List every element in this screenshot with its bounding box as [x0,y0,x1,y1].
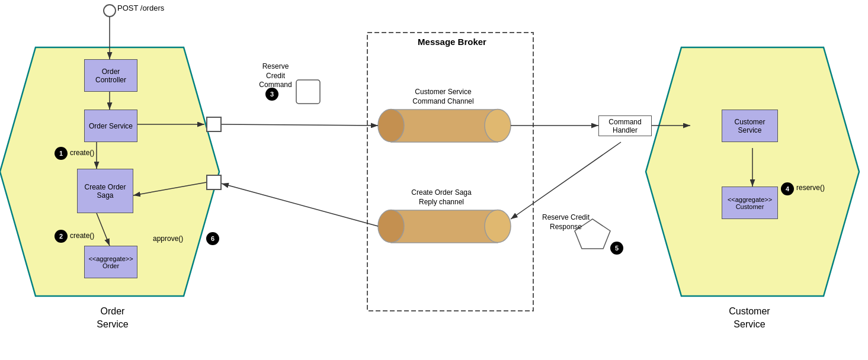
step-6-circle: 6 [206,232,219,245]
step-2-label: create() [70,232,94,240]
command-handler-box: Command Handler [598,115,652,136]
arrow-handler-to-reply [511,142,621,219]
step-3-label: Reserve CreditCommand [255,62,296,90]
small-square-bottom [206,175,222,190]
reply-channel-label: Create Order SagaReply channel [379,188,504,207]
step-4-circle: 4 [781,182,794,195]
command-channel-cylinder-left [378,110,404,142]
step-5-circle: 5 [610,242,623,255]
message-broker-label: Message Broker [375,37,529,47]
command-channel-cylinder-body [391,110,498,142]
arrow-saga-to-order [97,213,110,246]
small-square-top [206,117,222,132]
customer-service-footer-label: CustomerService [684,305,815,332]
step-6-label: approve() [153,234,183,243]
create-order-saga-box: Create Order Saga [77,169,133,213]
order-service-box: Order Service [84,110,137,142]
step-5-label: Reserve CreditResponse [530,213,601,232]
arrow-square-to-channel [222,124,378,126]
customer-service-inner-box: CustomerService [722,110,778,142]
reply-channel-cylinder-body [391,210,498,243]
customer-service-hexagon [646,47,859,296]
arrow-square-bottom-to-saga [133,182,206,195]
post-orders-label: POST /orders [117,4,164,12]
customer-aggregate-box: <<aggregate>>Customer [722,187,778,219]
message-broker-box [367,33,533,311]
order-controller-box: Order Controller [84,59,137,92]
reply-channel-cylinder-left [378,210,404,243]
reply-channel-cylinder-right [485,210,511,243]
start-circle [104,5,116,17]
order-service-footer-label: OrderService [47,305,178,332]
step-1-circle: 1 [55,147,68,160]
step-4-label: reserve() [796,184,825,192]
command-channel-label: Customer ServiceCommand Channel [384,88,502,106]
step-1-label: create() [70,149,94,157]
arrow-reply-to-square-bottom [222,184,378,226]
reserve-credit-command-shape [296,80,320,104]
order-aggregate-box: <<aggregate>>Order [84,246,137,278]
step-2-circle: 2 [55,230,68,243]
command-channel-cylinder-right [485,110,511,142]
